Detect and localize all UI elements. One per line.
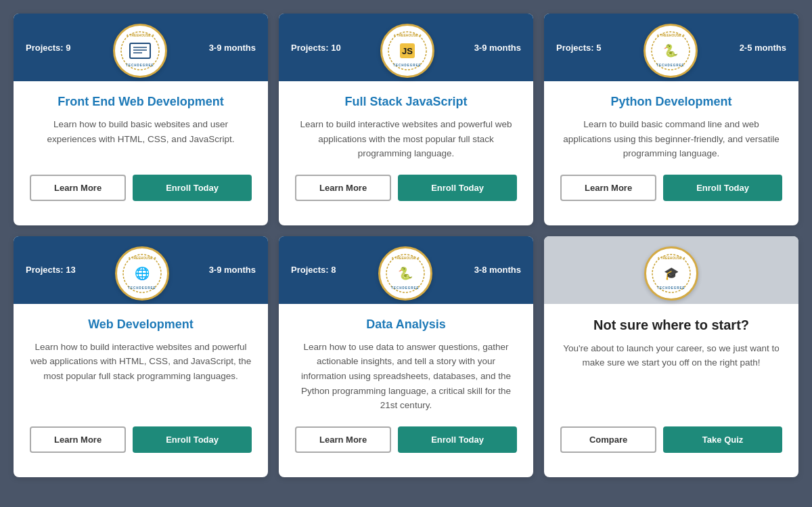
- card-grid: Projects: 9 ✦ TREEHOUSE ✦ TECHDEGREE: [14, 14, 798, 477]
- enroll-today-button[interactable]: Enroll Today: [133, 426, 252, 453]
- learn-more-button[interactable]: Learn More: [560, 175, 656, 201]
- badge: ✦ TREEHOUSE ✦ TECHDEGREE 🐍: [644, 24, 698, 78]
- projects-label: Projects: 9: [26, 43, 70, 53]
- svg-rect-3: [130, 43, 150, 58]
- card-body: Web Development Learn how to build inter…: [14, 304, 268, 477]
- svg-text:TECHDEGREE: TECHDEGREE: [656, 64, 684, 67]
- svg-text:✦ TREEHOUSE ✦: ✦ TREEHOUSE ✦: [391, 256, 420, 260]
- badge-container: ✦ TREEHOUSE ✦ TECHDEGREE 🎓: [644, 243, 698, 297]
- enroll-today-button[interactable]: Enroll Today: [663, 175, 782, 201]
- badge-container: ✦ TREEHOUSE ✦ TECHDEGREE 🐍: [378, 243, 432, 297]
- enroll-today-button[interactable]: Enroll Today: [398, 426, 517, 453]
- card-title: Full Stack JavaScript: [295, 95, 517, 109]
- svg-text:✦ TREEHOUSE ✦: ✦ TREEHOUSE ✦: [656, 33, 685, 37]
- card-data-analysis: Projects: 8 ✦ TREEHOUSE ✦ TECHDEGREE 🐍 3…: [279, 236, 533, 477]
- badge-container: ✦ TREEHOUSE ✦ TECHDEGREE 🌐: [115, 243, 169, 297]
- badge-container: ✦ TREEHOUSE ✦ TECHDEGREE 🐍: [644, 20, 698, 74]
- card-body: Data Analysis Learn how to use data to a…: [279, 304, 533, 477]
- enroll-today-button[interactable]: Take Quiz: [663, 426, 782, 453]
- badge: ✦ TREEHOUSE ✦ TECHDEGREE: [113, 24, 167, 78]
- projects-label: Projects: 13: [26, 265, 76, 275]
- card-header: ✦ TREEHOUSE ✦ TECHDEGREE 🎓: [544, 236, 798, 304]
- card-full-stack-js: Projects: 10 ✦ TREEHOUSE ✦ TECHDEGREE JS…: [279, 14, 533, 225]
- card-actions: Learn More Enroll Today: [30, 175, 252, 212]
- card-header: Projects: 9 ✦ TREEHOUSE ✦ TECHDEGREE: [14, 14, 268, 81]
- duration-label: 3-9 months: [474, 43, 521, 53]
- badge: ✦ TREEHOUSE ✦ TECHDEGREE JS: [380, 24, 434, 78]
- learn-more-button[interactable]: Learn More: [295, 175, 391, 201]
- card-not-sure: ✦ TREEHOUSE ✦ TECHDEGREE 🎓 Not sure wher…: [544, 236, 798, 477]
- duration-label: 3-9 months: [209, 43, 256, 53]
- badge-container: ✦ TREEHOUSE ✦ TECHDEGREE JS: [380, 20, 434, 74]
- learn-more-button[interactable]: Learn More: [30, 175, 126, 201]
- card-description: Learn how to build basic websites and us…: [30, 117, 252, 161]
- card-description: Learn how to use data to answer question…: [295, 340, 517, 413]
- svg-text:TECHDEGREE: TECHDEGREE: [126, 64, 154, 67]
- card-title: Not sure where to start?: [560, 317, 782, 333]
- badge: ✦ TREEHOUSE ✦ TECHDEGREE 🎓: [644, 246, 698, 301]
- duration-label: 3-8 months: [474, 265, 521, 275]
- card-body: Not sure where to start? You're about to…: [544, 304, 798, 477]
- card-body: Full Stack JavaScript Learn to build int…: [279, 81, 533, 225]
- badge: ✦ TREEHOUSE ✦ TECHDEGREE 🐍: [378, 246, 432, 301]
- card-header: Projects: 13 ✦ TREEHOUSE ✦ TECHDEGREE 🌐 …: [14, 236, 268, 304]
- card-body: Python Development Learn to build basic …: [544, 81, 798, 225]
- card-front-end: Projects: 9 ✦ TREEHOUSE ✦ TECHDEGREE: [14, 14, 268, 225]
- projects-label: Projects: 10: [291, 43, 341, 53]
- card-actions: Learn More Enroll Today: [30, 426, 252, 464]
- card-actions: Learn More Enroll Today: [295, 426, 517, 464]
- card-header: Projects: 8 ✦ TREEHOUSE ✦ TECHDEGREE 🐍 3…: [279, 236, 533, 304]
- card-header: Projects: 5 ✦ TREEHOUSE ✦ TECHDEGREE 🐍 2…: [544, 14, 798, 81]
- svg-text:✦ TREEHOUSE ✦: ✦ TREEHOUSE ✦: [657, 256, 686, 260]
- card-title: Front End Web Development: [30, 95, 252, 109]
- svg-text:✦ TREEHOUSE ✦: ✦ TREEHOUSE ✦: [126, 33, 155, 37]
- card-title: Python Development: [560, 95, 782, 109]
- projects-label: Projects: 5: [556, 43, 601, 53]
- duration-label: 3-9 months: [209, 265, 256, 275]
- svg-text:✦ TREEHOUSE ✦: ✦ TREEHOUSE ✦: [128, 256, 157, 260]
- card-title: Data Analysis: [295, 317, 517, 332]
- duration-label: 2-5 months: [740, 43, 786, 53]
- card-web-dev: Projects: 13 ✦ TREEHOUSE ✦ TECHDEGREE 🌐 …: [14, 236, 268, 477]
- learn-more-button[interactable]: Compare: [560, 426, 656, 453]
- card-description: You're about to launch your career, so w…: [560, 341, 782, 413]
- card-description: Learn how to build interactive websites …: [30, 340, 252, 413]
- learn-more-button[interactable]: Learn More: [30, 426, 126, 453]
- card-actions: Learn More Enroll Today: [560, 175, 782, 212]
- card-header: Projects: 10 ✦ TREEHOUSE ✦ TECHDEGREE JS…: [279, 14, 533, 81]
- svg-text:TECHDEGREE: TECHDEGREE: [129, 286, 156, 290]
- svg-text:✦ TREEHOUSE ✦: ✦ TREEHOUSE ✦: [393, 33, 422, 37]
- svg-text:JS: JS: [402, 46, 413, 56]
- svg-text:TECHDEGREE: TECHDEGREE: [391, 286, 419, 290]
- enroll-today-button[interactable]: Enroll Today: [398, 175, 517, 201]
- svg-text:TECHDEGREE: TECHDEGREE: [394, 64, 422, 67]
- card-description: Learn to build interactive websites and …: [295, 117, 517, 161]
- svg-text:🌐: 🌐: [135, 266, 150, 281]
- enroll-today-button[interactable]: Enroll Today: [133, 175, 252, 201]
- learn-more-button[interactable]: Learn More: [295, 426, 391, 453]
- projects-label: Projects: 8: [291, 265, 336, 275]
- card-actions: Compare Take Quiz: [560, 426, 782, 464]
- card-description: Learn to build basic command line and we…: [560, 117, 782, 161]
- svg-text:🐍: 🐍: [398, 266, 413, 281]
- card-body: Front End Web Development Learn how to b…: [14, 81, 268, 225]
- svg-text:TECHDEGREE: TECHDEGREE: [657, 286, 685, 290]
- svg-text:🐍: 🐍: [663, 43, 679, 58]
- card-actions: Learn More Enroll Today: [295, 175, 517, 212]
- card-python: Projects: 5 ✦ TREEHOUSE ✦ TECHDEGREE 🐍 2…: [544, 14, 798, 225]
- badge: ✦ TREEHOUSE ✦ TECHDEGREE 🌐: [115, 246, 169, 301]
- card-title: Web Development: [30, 317, 252, 332]
- svg-text:🎓: 🎓: [664, 266, 679, 281]
- badge-container: ✦ TREEHOUSE ✦ TECHDEGREE: [113, 20, 167, 74]
